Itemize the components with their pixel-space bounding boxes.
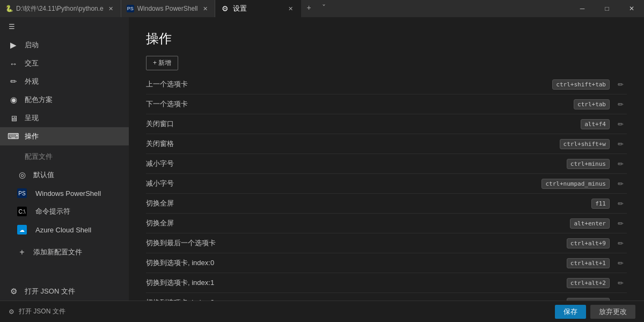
titlebar-tabs: 🐍 D:\软件\24.11\Python\python.e ✕ PS Windo… bbox=[0, 0, 570, 17]
sidebar-open-json[interactable]: ⚙ 打开 JSON 文件 bbox=[0, 282, 129, 301]
colorscheme-icon: ◉ bbox=[9, 95, 18, 105]
edit-action-button[interactable]: ✏ bbox=[614, 98, 627, 111]
action-shortcut: ctrl+shift+w bbox=[560, 139, 610, 149]
appearance-icon: ✏ bbox=[9, 77, 18, 86]
sidebar: ☰ ▶ 启动 ↔ 交互 ✏ 外观 ◉ 配色方案 🖥 呈现 ⌨ 操作 配置文 bbox=[0, 17, 129, 301]
window-controls: ─ □ ✕ bbox=[570, 0, 644, 17]
footer-gear-icon: ⚙ bbox=[9, 308, 14, 316]
action-name: 切换全屏 bbox=[146, 199, 591, 208]
tab-python[interactable]: 🐍 D:\软件\24.11\Python\python.e ✕ bbox=[0, 0, 121, 17]
python-icon: 🐍 bbox=[5, 5, 13, 12]
edit-action-button[interactable]: ✏ bbox=[614, 237, 627, 250]
sidebar-item-startup[interactable]: ▶ 启动 bbox=[0, 36, 129, 54]
action-shortcut: f11 bbox=[591, 199, 610, 209]
settings-tab-icon: ⚙ bbox=[222, 4, 229, 13]
save-button[interactable]: 保存 bbox=[555, 305, 586, 319]
more-tabs-button[interactable]: ˅ bbox=[316, 0, 331, 15]
action-shortcut: alt+f4 bbox=[581, 119, 610, 129]
add-new-button[interactable]: + 新增 bbox=[146, 56, 178, 70]
tab-python-label: D:\软件\24.11\Python\python.e bbox=[16, 4, 104, 13]
add-new-container: + 新增 bbox=[129, 56, 644, 75]
sidebar-item-colorscheme[interactable]: ◉ 配色方案 bbox=[0, 91, 129, 109]
tab-settings[interactable]: ⚙ 设置 ✕ bbox=[215, 0, 301, 17]
action-shortcut: ctrl+alt+2 bbox=[567, 278, 610, 288]
action-row: 关闭窗口alt+f4✏ bbox=[146, 114, 627, 134]
sidebar-item-defaults[interactable]: ◎ 默认值 bbox=[0, 166, 129, 184]
tab-python-close[interactable]: ✕ bbox=[107, 4, 115, 13]
footer-buttons: 保存 放弃更改 bbox=[555, 305, 635, 319]
key-badge: alt+enter bbox=[570, 218, 610, 229]
sidebar-item-windows-ps[interactable]: PS Windows PowerShell bbox=[0, 184, 129, 202]
discard-button[interactable]: 放弃更改 bbox=[590, 305, 635, 319]
new-tab-button[interactable]: + bbox=[301, 0, 316, 15]
minimize-button[interactable]: ─ bbox=[570, 0, 595, 17]
sidebar-item-cmd-label: 命令提示符 bbox=[35, 207, 70, 216]
sidebar-item-azure[interactable]: ☁ Azure Cloud Shell bbox=[0, 221, 129, 239]
key-badge: ctrl+numpad_minus bbox=[541, 179, 610, 189]
sidebar-item-profiles-label: 配置文件 bbox=[25, 152, 53, 162]
action-row: 切换到选项卡, index:0ctrl+alt+1✏ bbox=[146, 253, 627, 273]
tab-powershell-close[interactable]: ✕ bbox=[201, 4, 209, 13]
profiles-icon bbox=[9, 152, 18, 162]
main-content: ☰ ▶ 启动 ↔ 交互 ✏ 外观 ◉ 配色方案 🖥 呈现 ⌨ 操作 配置文 bbox=[0, 17, 644, 301]
action-shortcut: alt+enter bbox=[570, 218, 610, 229]
sidebar-item-appearance[interactable]: ✏ 外观 bbox=[0, 72, 129, 91]
maximize-button[interactable]: □ bbox=[595, 0, 619, 17]
key-badge: ctrl+alt+9 bbox=[567, 238, 610, 248]
content-header: 操作 bbox=[129, 17, 644, 56]
sidebar-item-rendering[interactable]: 🖥 呈现 bbox=[0, 109, 129, 127]
action-name: 切换到选项卡, index:1 bbox=[146, 278, 567, 288]
key-badge: ctrl+shift+w bbox=[560, 139, 610, 149]
action-name: 切换到选项卡, index:0 bbox=[146, 258, 567, 268]
edit-action-button[interactable]: ✏ bbox=[614, 157, 627, 170]
key-badge: f11 bbox=[591, 199, 610, 209]
sidebar-item-actions[interactable]: ⌨ 操作 bbox=[0, 127, 129, 145]
footer-open-json-label: 打开 JSON 文件 bbox=[19, 307, 65, 316]
edit-action-button[interactable]: ✏ bbox=[614, 177, 627, 190]
action-row: 减小字号ctrl+numpad_minus✏ bbox=[146, 174, 627, 194]
action-name: 关闭窗格 bbox=[146, 139, 560, 149]
edit-action-button[interactable]: ✏ bbox=[614, 137, 627, 150]
action-row: 关闭窗格ctrl+shift+w✏ bbox=[146, 134, 627, 154]
key-badge: ctrl+minus bbox=[567, 159, 610, 169]
windows-ps-icon: PS bbox=[17, 188, 27, 198]
edit-action-button[interactable]: ✏ bbox=[614, 296, 627, 301]
content-area: 操作 + 新增 上一个选项卡ctrl+shift+tab✏下一个选项卡ctrl+… bbox=[129, 17, 644, 301]
json-icon: ⚙ bbox=[9, 287, 18, 296]
sidebar-item-cmd[interactable]: C:\ 命令提示符 bbox=[0, 202, 129, 221]
close-button[interactable]: ✕ bbox=[619, 0, 644, 17]
action-shortcut: ctrl+minus bbox=[567, 159, 610, 169]
sidebar-item-interaction[interactable]: ↔ 交互 bbox=[0, 54, 129, 72]
edit-action-button[interactable]: ✏ bbox=[614, 197, 627, 210]
edit-action-button[interactable]: ✏ bbox=[614, 257, 627, 269]
edit-action-button[interactable]: ✏ bbox=[614, 118, 627, 130]
sidebar-item-windows-ps-label: Windows PowerShell bbox=[35, 189, 101, 197]
sidebar-item-add-profile[interactable]: + 添加新配置文件 bbox=[0, 243, 129, 261]
settings-tab-label: 设置 bbox=[233, 4, 247, 13]
sidebar-item-interaction-label: 交互 bbox=[25, 58, 39, 68]
action-shortcut: ctrl+shift+tab bbox=[552, 79, 610, 90]
sidebar-menu-button[interactable]: ☰ bbox=[0, 17, 129, 36]
sidebar-item-profiles[interactable]: 配置文件 bbox=[0, 148, 129, 166]
rendering-icon: 🖥 bbox=[9, 113, 18, 123]
footer-open-json[interactable]: ⚙ 打开 JSON 文件 bbox=[9, 307, 65, 316]
edit-action-button[interactable]: ✏ bbox=[614, 276, 627, 289]
sidebar-item-colorscheme-label: 配色方案 bbox=[25, 95, 53, 105]
cmd-icon: C:\ bbox=[17, 207, 27, 216]
tab-powershell-label: Windows PowerShell bbox=[137, 5, 198, 12]
add-profile-icon: + bbox=[17, 247, 27, 257]
edit-action-button[interactable]: ✏ bbox=[614, 217, 627, 230]
startup-icon: ▶ bbox=[9, 40, 18, 50]
actions-icon: ⌨ bbox=[9, 131, 18, 141]
edit-action-button[interactable]: ✏ bbox=[614, 78, 627, 91]
action-name: 下一个选项卡 bbox=[146, 99, 574, 109]
action-row: 上一个选项卡ctrl+shift+tab✏ bbox=[146, 75, 627, 94]
action-shortcut: ctrl+alt+1 bbox=[567, 258, 610, 268]
tab-powershell[interactable]: PS Windows PowerShell ✕ bbox=[121, 0, 216, 17]
footer: ⚙ 打开 JSON 文件 保存 放弃更改 bbox=[0, 301, 644, 322]
key-badge: alt+f4 bbox=[581, 119, 610, 129]
action-row: 减小字号ctrl+minus✏ bbox=[146, 154, 627, 174]
settings-tab-close[interactable]: ✕ bbox=[286, 4, 295, 13]
action-name: 关闭窗口 bbox=[146, 119, 581, 129]
action-name: 减小字号 bbox=[146, 159, 567, 169]
